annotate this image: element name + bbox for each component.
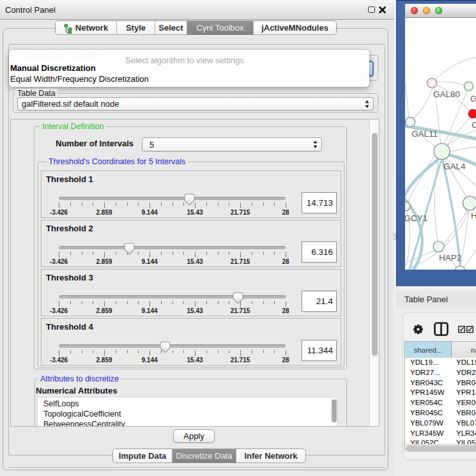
apply-button[interactable]: Apply (173, 429, 215, 443)
slider-tick-label: 2.859 (96, 357, 112, 364)
algorithm-option-manual[interactable]: Manual Discretization (10, 63, 96, 73)
threshold-1-label: Threshold 1 (46, 174, 93, 184)
attribute-item[interactable]: SelfLoops (43, 399, 79, 408)
network-node[interactable] (468, 109, 476, 118)
threshold-4-value-field[interactable]: 11.344 (302, 340, 337, 361)
table-row[interactable]: YLR345WYLR345W (405, 429, 476, 439)
threshold-2-value-field[interactable]: 6.316 (302, 242, 337, 263)
network-node[interactable] (433, 242, 444, 252)
slider-tick-label: 15.43 (187, 307, 203, 314)
cyni-scrollbar-thumb[interactable] (372, 133, 378, 356)
network-edge[interactable] (411, 84, 433, 121)
network-window-titlebar[interactable] (405, 4, 476, 18)
network-node[interactable] (463, 196, 476, 210)
bottom-tab-infer-network[interactable]: Infer Network (236, 449, 305, 463)
table-header-name-label: name (471, 346, 476, 354)
cyni-scrollbar-track[interactable] (369, 119, 380, 426)
attributes-list-scrollbar-thumb[interactable] (332, 399, 337, 422)
threshold-4-value: 11.344 (307, 346, 333, 355)
table-row[interactable]: YDR27...YDR27 (405, 368, 476, 378)
table-hscrollbar[interactable] (405, 444, 476, 452)
network-canvas[interactable]: GAL80GACGAL11GAL4GCY1HHAP2 (405, 18, 476, 270)
table-row[interactable]: YER054CYER054C (405, 398, 476, 408)
network-edge[interactable] (445, 116, 472, 148)
slider-tick (274, 252, 275, 255)
network-node[interactable] (434, 144, 450, 160)
network-edge[interactable] (405, 84, 409, 118)
network-edge[interactable] (463, 249, 476, 268)
threshold-3-slider-track[interactable] (59, 295, 286, 298)
slider-tick (59, 203, 59, 208)
table-cell-shared-name: YBR043C (410, 379, 443, 387)
network-node[interactable] (427, 79, 437, 88)
threshold-3-value-field[interactable]: 21.4 (302, 291, 337, 312)
slider-tick (229, 301, 229, 304)
threshold-4-slider-thumb[interactable] (160, 341, 171, 353)
tab-label: jActiveMNodules (261, 23, 328, 33)
network-node[interactable] (405, 202, 410, 211)
slider-tick (93, 252, 93, 255)
slider-tick (173, 350, 173, 353)
slider-tick-label: -3.426 (50, 357, 68, 364)
bottom-tab-impute-data[interactable]: Impute Data (113, 449, 173, 463)
numerical-attributes-list[interactable]: SelfLoopsTopologicalCoefficientBetweenne… (37, 397, 338, 427)
network-graph: GAL80GACGAL11GAL4GCY1HHAP2 (405, 18, 476, 270)
network-edge[interactable] (436, 82, 465, 86)
table-row[interactable]: YDL19...YDL19 (405, 358, 476, 368)
table-header-name[interactable]: name (452, 342, 476, 358)
tab-network[interactable]: Network (56, 21, 117, 35)
table-hscrollbar-thumb[interactable] (406, 445, 476, 452)
table-row[interactable]: YPR145WYPR145W (405, 388, 476, 398)
bottom-tab-discretize-data[interactable]: Discretize Data (173, 449, 236, 463)
table-row[interactable]: YBR045CYBR045C (405, 408, 476, 418)
slider-tick (218, 203, 219, 206)
network-node[interactable] (464, 82, 473, 91)
tab-style[interactable]: Style (117, 21, 155, 35)
attribute-item[interactable]: TopologicalCoefficient (43, 410, 121, 418)
table-cell-shared-name: YDL19... (410, 358, 439, 366)
threshold-1-slider-thumb[interactable] (184, 194, 195, 206)
checkbox-icon[interactable] (458, 326, 465, 333)
zoom-traffic-light[interactable] (435, 7, 442, 14)
checkbox-icon[interactable] (466, 326, 473, 333)
tab-jactivemnodules[interactable]: jActiveMNodules (254, 21, 336, 35)
table-row[interactable]: YBR043CYBR043C (405, 378, 476, 388)
threshold-4-slider-track[interactable] (59, 344, 286, 348)
split-pane-icon[interactable] (434, 322, 449, 336)
tab-cyni-toolbox[interactable]: Cyni Toolbox (187, 21, 254, 35)
table-row[interactable]: YIL052CYIL052C (405, 438, 476, 444)
slider-tick (82, 252, 82, 255)
close-icon[interactable] (378, 4, 387, 15)
table-data-combo[interactable]: galFiltered.sif default node (17, 97, 374, 111)
network-node[interactable] (455, 266, 465, 270)
slider-tick (116, 301, 116, 304)
control-panel-tabs: NetworkStyleSelectCyni ToolboxjActiveMNo… (55, 20, 337, 35)
threshold-2-slider-thumb[interactable] (124, 243, 135, 255)
attribute-item[interactable]: BetweennessCentrality (43, 420, 125, 427)
close-traffic-light[interactable] (411, 7, 418, 14)
algorithm-option-equal-width[interactable]: Equal Width/Frequency Discretization (10, 74, 149, 84)
threshold-1-slider-track[interactable] (59, 197, 286, 200)
minimize-traffic-light[interactable] (423, 7, 430, 14)
tab-select[interactable]: Select (155, 21, 187, 35)
slider-tick (218, 252, 219, 255)
table-header-shared-name[interactable]: shared... (405, 342, 452, 358)
gear-icon[interactable] (413, 324, 424, 335)
slider-tick (195, 301, 196, 307)
threshold-1-value-field[interactable]: 14.713 (302, 192, 337, 213)
attributes-list-scrollbar[interactable] (331, 397, 337, 427)
table-row[interactable]: YBL079WYBL079W (405, 418, 476, 429)
threshold-2-slider-track[interactable] (59, 246, 286, 249)
threshold-3-panel: Threshold 3-3.4262.8599.14415.4321.71528… (41, 269, 341, 316)
slider-tick-label: 9.144 (141, 357, 157, 364)
cyni-scroll-pane: Interval Definition Number of Intervals … (10, 119, 380, 427)
network-node-label: GAL80 (433, 89, 460, 99)
float-window-icon[interactable] (368, 6, 375, 13)
network-edge[interactable] (435, 58, 476, 80)
slider-tick (104, 203, 105, 208)
threshold-3-slider-thumb[interactable] (233, 292, 243, 304)
number-of-intervals-combo[interactable]: 5 (142, 137, 322, 151)
table-header: shared... name (405, 342, 476, 358)
network-node[interactable] (406, 118, 415, 127)
network-edge-thick[interactable] (442, 158, 461, 268)
